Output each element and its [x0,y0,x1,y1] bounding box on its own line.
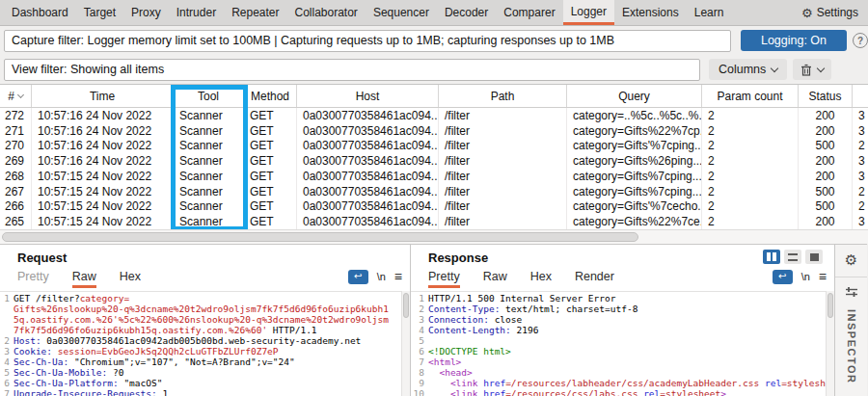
tab-collaborator[interactable]: Collaborator [287,0,366,25]
table-row[interactable]: 27210:57:16 24 Nov 2022ScannerGET0a03007… [0,108,868,123]
tab-pretty[interactable]: Pretty [428,265,460,288]
scrollbar-thumb[interactable] [403,293,409,318]
table-cell: category=Gifts%22%7ce... [567,214,702,229]
view-filter-field[interactable]: View filter: Showing all items [4,59,700,81]
code-line: 9 <link href=/resources/labheader/css/ac… [411,378,826,388]
tab-render[interactable]: Render [575,265,614,288]
column-header-num[interactable]: # [0,85,32,107]
tab-raw[interactable]: Raw [72,265,96,288]
tab-decoder[interactable]: Decoder [437,0,496,25]
logging-toggle-button[interactable]: Logging: On [741,30,847,51]
table-cell: 0a0300770358461ac094... [297,123,439,139]
table-row[interactable]: 27010:57:16 24 Nov 2022ScannerGET0a03007… [0,139,868,154]
column-label: Path [491,90,515,103]
table-row[interactable]: 26610:57:15 24 Nov 2022ScannerGET0a03007… [0,199,868,215]
capture-filter-field[interactable]: Capture filter: Logger memory limit set … [4,30,731,52]
layout-single-icon[interactable] [805,250,823,264]
table-cell: 2 [702,139,799,154]
column-header-path[interactable]: Path [439,85,567,107]
line-number: 5 [411,335,428,346]
divider [835,277,867,277]
table-row[interactable]: 26910:57:16 24 Nov 2022ScannerGET0a03007… [0,153,868,169]
code-segment: rel [643,388,660,396]
tab-logger[interactable]: Logger [563,0,614,25]
layout-rows-icon[interactable] [784,250,801,264]
columns-button[interactable]: Columns [709,59,787,80]
table-cell: 3 [853,214,868,229]
line-number: 8 [411,367,428,378]
table-cell: 270 [0,139,32,154]
tab-repeater[interactable]: Repeater [224,0,286,25]
table-row[interactable]: 26810:57:15 24 Nov 2022ScannerGET0a03007… [0,169,868,184]
tab-extensions[interactable]: Extensions [614,0,687,25]
table-cell: Scanner [174,184,244,199]
editor-menu-icon[interactable]: ≡ [819,270,827,283]
column-header-status[interactable]: Status [799,85,853,107]
table-cell: 2 [853,184,868,199]
settings-button[interactable]: ⚙ Settings [798,0,868,25]
scrollbar-thumb[interactable] [2,232,638,242]
column-header-extra[interactable] [853,85,868,107]
tab-proxy[interactable]: Proxy [123,0,169,25]
table-cell: Scanner [174,214,244,229]
tab-dashboard[interactable]: Dashboard [4,0,76,25]
tab-hex[interactable]: Hex [120,265,141,288]
line-number: 3 [0,346,14,356]
word-wrap-icon[interactable]: ↩ [348,270,368,284]
word-wrap-icon[interactable]: ↩ [773,270,793,284]
table-row[interactable]: 26710:57:15 24 Nov 2022ScannerGET0a03007… [0,184,868,199]
request-editor[interactable]: 1GET /filter?category=Gifts%26nslookup%2… [0,291,401,396]
tab-sequencer[interactable]: Sequencer [366,0,437,25]
code-text: 5q.oastify.com.%26'%5c%22%600%26nslookup… [14,314,389,325]
editor-settings-gear-icon[interactable]: ⚙ [845,251,857,269]
code-text: HTTP/1.1 500 Internal Server Error [428,293,615,304]
code-segment: text/html; charset=utf-8 [500,304,637,314]
scrollbar-thumb[interactable] [827,293,833,318]
column-header-query[interactable]: Query [567,85,702,107]
show-newlines-icon[interactable]: \n [801,271,810,282]
column-header-param-count[interactable]: Param count [702,85,799,107]
tab-learn[interactable]: Learn [687,0,732,25]
code-line: 1GET /filter?category= [0,293,401,304]
table-row[interactable]: 26510:57:15 24 Nov 2022ScannerGET0a03007… [0,214,868,229]
table-row[interactable]: 27110:57:16 24 Nov 2022ScannerGET0a03007… [0,123,868,139]
response-editor[interactable]: 1HTTP/1.1 500 Internal Server Error2Cont… [411,291,826,396]
tab-intruder[interactable]: Intruder [169,0,224,25]
request-vertical-scrollbar [401,291,410,396]
column-header-tool[interactable]: Tool [174,85,244,107]
table-cell: 0a0300770358461ac094... [297,153,439,169]
tab-raw[interactable]: Raw [483,265,507,288]
code-line: 3Cookie: session=EvbGeoJkSq2QQh2cLuGTFbZ… [0,346,401,356]
column-header-host[interactable]: Host [297,85,439,107]
column-header-time[interactable]: Time [32,85,174,107]
line-number: 4 [0,356,14,367]
table-cell: GET [244,153,297,169]
clear-history-button[interactable] [793,59,831,80]
tab-target[interactable]: Target [76,0,123,25]
line-number: 6 [0,378,14,388]
sliders-icon[interactable] [845,286,858,298]
table-cell: GET [244,139,297,154]
table-cell: /filter [439,199,567,215]
table-cell: category=Gifts%7cping... [567,184,702,199]
code-text: 7fk7f5d6d96fo6uzip6kubh15q.oastify.com.%… [14,325,317,335]
code-text: Content-Length: 2196 [428,325,538,335]
table-cell: 200 [799,169,853,184]
help-icon[interactable]: ? [853,33,868,48]
table-cell: /filter [439,123,567,139]
editor-menu-icon[interactable]: ≡ [394,270,402,283]
table-cell: 200 [799,123,853,139]
tab-hex[interactable]: Hex [530,265,552,288]
code-segment: 1 [157,388,168,396]
request-panel: Request PrettyRawHex ↩ \n ≡ 1GET /filter… [0,244,411,396]
inspector-label[interactable]: INSPECTOR [846,309,857,383]
column-label: Tool [198,90,219,103]
tab-comparer[interactable]: Comparer [496,0,562,25]
layout-columns-icon[interactable] [763,250,780,264]
column-header-method[interactable]: Method [244,85,297,107]
tab-pretty[interactable]: Pretty [17,265,49,288]
code-text: Host: 0a0300770358461ac0942adb005b00bd.w… [14,335,361,346]
message-editors: Request PrettyRawHex ↩ \n ≡ 1GET /filter… [0,244,868,396]
show-newlines-icon[interactable]: \n [377,271,386,282]
column-label: Query [618,90,650,103]
